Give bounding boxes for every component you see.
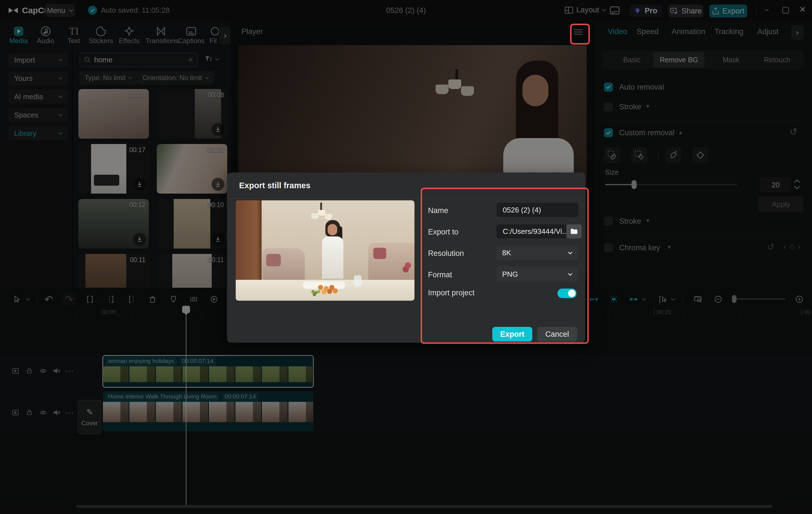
scene-pillow <box>266 254 281 266</box>
scene-fruit <box>318 285 323 290</box>
scene-pillow <box>373 248 386 259</box>
scene-paper <box>303 281 345 289</box>
frame-preview-image <box>236 200 414 301</box>
person-body <box>322 236 343 279</box>
scene-grapes <box>311 290 315 293</box>
dialog-title: Export still frames <box>239 181 311 190</box>
scene-detail <box>320 203 322 214</box>
capcut-app: CapCut Menu Auto saved: 11:05:28 0526 (2… <box>0 0 812 514</box>
chandelier <box>311 213 319 219</box>
scene-glass <box>354 275 361 286</box>
person-face <box>328 224 337 235</box>
annotation-player-menu-highlight <box>570 24 590 44</box>
annotation-dialog-highlight <box>420 188 589 344</box>
scene-flowers <box>405 262 411 269</box>
